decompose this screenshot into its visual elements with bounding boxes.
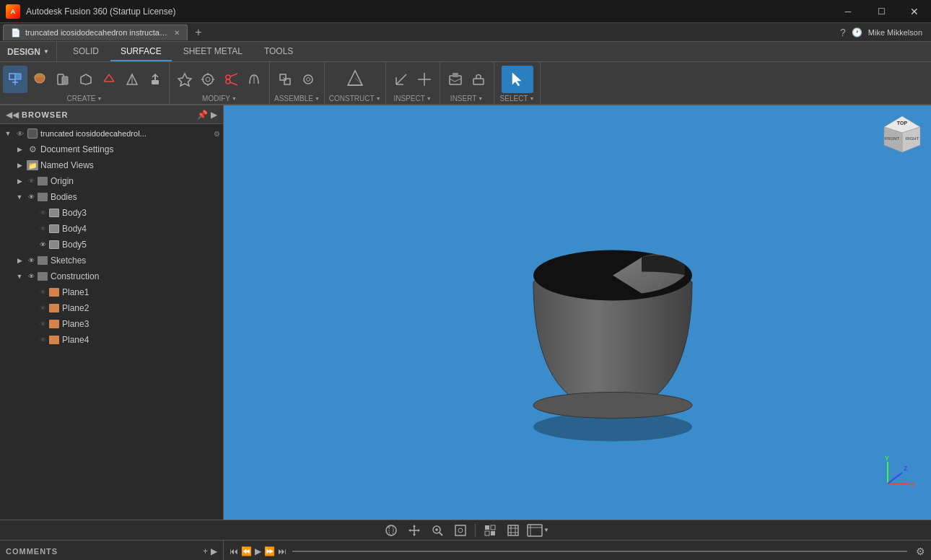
create-btn2[interactable] <box>29 66 51 93</box>
help-icon[interactable]: ? <box>840 27 846 38</box>
tree-construction[interactable]: ▼ 👁 Construction <box>0 268 223 284</box>
grid-tool[interactable] <box>503 522 523 539</box>
doc-expand-icon[interactable]: ▶ <box>14 144 25 154</box>
body4-eye-icon[interactable]: 👁 <box>38 224 48 234</box>
create-btn4[interactable] <box>75 66 97 93</box>
body5-eye-icon[interactable]: 👁 <box>38 240 48 250</box>
sketches-expand-icon[interactable]: ▶ <box>14 255 25 266</box>
tab-close-icon[interactable]: ✕ <box>174 29 180 37</box>
modify-btn1[interactable] <box>174 66 196 93</box>
tree-plane3[interactable]: 👁 Plane3 <box>0 316 223 332</box>
tab-solid[interactable]: SOLID <box>63 42 109 61</box>
construction-expand-icon[interactable]: ▼ <box>14 271 25 281</box>
plane3-eye-icon[interactable]: 👁 <box>38 319 48 329</box>
plane1-eye-icon[interactable]: 👁 <box>38 287 48 297</box>
svg-point-53 <box>533 393 692 419</box>
construction-eye-icon[interactable]: 👁 <box>26 271 36 281</box>
display-mode-tool[interactable] <box>480 522 500 539</box>
inspect-btn1[interactable] <box>390 66 412 93</box>
design-dropdown[interactable]: DESIGN ▼ <box>0 42 57 61</box>
comments-settings-icon[interactable]: ▶ <box>211 546 217 556</box>
root-eye-icon[interactable]: 👁 <box>14 128 26 139</box>
comments-expand-icon[interactable]: + <box>203 546 208 556</box>
origin-eye-icon[interactable]: 👁 <box>26 176 36 186</box>
tree-plane1[interactable]: 👁 Plane1 <box>0 284 223 300</box>
plane2-eye-icon[interactable]: 👁 <box>38 303 48 313</box>
timeline-end-button[interactable]: ⏭ <box>278 546 287 556</box>
tree-plane4[interactable]: 👁 Plane4 <box>0 332 223 348</box>
plane3-label: Plane3 <box>62 319 89 329</box>
modify-btn4[interactable] <box>243 66 265 93</box>
tree-plane2[interactable]: 👁 Plane2 <box>0 300 223 316</box>
root-label: truncated icosidodecahedrol... <box>40 129 147 138</box>
svg-point-54 <box>386 525 396 535</box>
3d-shape <box>497 175 728 451</box>
modify-btn2[interactable] <box>197 66 219 93</box>
sketches-eye-icon[interactable]: 👁 <box>26 255 36 266</box>
zoom-tool[interactable] <box>427 522 447 539</box>
tree-doc-settings[interactable]: ▶ ⚙ Document Settings <box>0 141 223 157</box>
tree-body5[interactable]: 👁 Body5 <box>0 237 223 253</box>
tab-surface[interactable]: SURFACE <box>110 42 172 61</box>
modify-scissors-btn[interactable] <box>220 66 242 93</box>
sketches-folder-icon <box>38 256 48 265</box>
body3-shape-icon <box>49 209 59 217</box>
tree-sketches[interactable]: ▶ 👁 Sketches <box>0 253 223 268</box>
bodies-eye-icon[interactable]: 👁 <box>26 192 36 202</box>
timeline-next-button[interactable]: ⏩ <box>264 546 275 556</box>
3d-viewport[interactable]: TOP RIGHT FRONT X Y Z <box>224 105 931 520</box>
root-settings-icon[interactable]: ⚙ <box>214 130 220 138</box>
tab-sheet-metal[interactable]: SHEET METAL <box>173 42 253 61</box>
timeline-settings-icon[interactable]: ⚙ <box>916 546 925 557</box>
comments-label[interactable]: COMMENTS <box>6 547 58 556</box>
svg-rect-74 <box>508 525 518 535</box>
create-btn3[interactable] <box>52 66 74 93</box>
select-btn[interactable] <box>502 66 533 93</box>
assemble-btn1[interactable] <box>274 66 296 93</box>
svg-line-31 <box>396 74 406 84</box>
tree-origin[interactable]: ▶ 👁 Origin <box>0 173 223 189</box>
orbit-tool[interactable] <box>381 522 401 539</box>
body5-shape-icon <box>49 240 59 249</box>
close-button[interactable]: ✕ <box>898 0 931 23</box>
tree-root-item[interactable]: ▼ 👁 truncated icosidodecahedrol... ⚙ <box>0 126 223 141</box>
bodies-expand-icon[interactable]: ▼ <box>14 192 25 202</box>
tab-add-button[interactable]: + <box>191 25 206 40</box>
create-btn6[interactable] <box>121 66 143 93</box>
svg-rect-67 <box>491 525 495 530</box>
maximize-button[interactable]: ☐ <box>865 0 898 23</box>
create-section: CREATE▼ <box>0 62 170 104</box>
nav-cube[interactable]: TOP RIGHT FRONT <box>880 113 924 156</box>
inspect-btn2[interactable] <box>414 66 435 93</box>
root-expand-icon[interactable]: ▼ <box>3 128 13 139</box>
doc-settings-icon: ⚙ <box>27 144 38 155</box>
browser-expand-icon[interactable]: ▶ <box>211 110 217 120</box>
fit-tool[interactable] <box>450 522 471 539</box>
browser-pin-icon[interactable]: 📌 <box>197 110 208 120</box>
body3-eye-icon[interactable]: 👁 <box>38 208 48 218</box>
assemble-btn2[interactable] <box>297 66 319 93</box>
pan-tool[interactable] <box>404 522 424 539</box>
create-main-button[interactable] <box>3 66 27 93</box>
tree-bodies[interactable]: ▼ 👁 Bodies <box>0 189 223 205</box>
tree-body3[interactable]: 👁 Body3 <box>0 205 223 221</box>
create-btn5[interactable] <box>98 66 120 93</box>
tree-body4[interactable]: 👁 Body4 <box>0 221 223 237</box>
create-btn7[interactable] <box>144 66 166 93</box>
tree-named-views[interactable]: ▶ 📁 Named Views <box>0 157 223 173</box>
timeline-start-button[interactable]: ⏮ <box>230 546 238 556</box>
named-views-expand-icon[interactable]: ▶ <box>14 160 25 170</box>
insert-btn1[interactable] <box>445 66 466 93</box>
insert-btn2[interactable] <box>468 66 489 93</box>
construct-btn1[interactable] <box>338 66 372 93</box>
plane4-eye-icon[interactable]: 👁 <box>38 335 48 345</box>
minimize-button[interactable]: ─ <box>831 0 865 23</box>
document-tab[interactable]: 📄 truncated icosidodecahedron instructab… <box>3 25 188 40</box>
timeline-prev-button[interactable]: ⏪ <box>241 546 252 556</box>
origin-expand-icon[interactable]: ▶ <box>14 176 25 186</box>
env-tool[interactable]: ▼ <box>526 522 551 539</box>
tab-tools[interactable]: TOOLS <box>254 42 303 61</box>
modify-section: MODIFY▼ <box>170 62 270 104</box>
browser-collapse-icon[interactable]: ◀◀ <box>6 110 19 120</box>
timeline-play-button[interactable]: ▶ <box>255 546 261 556</box>
